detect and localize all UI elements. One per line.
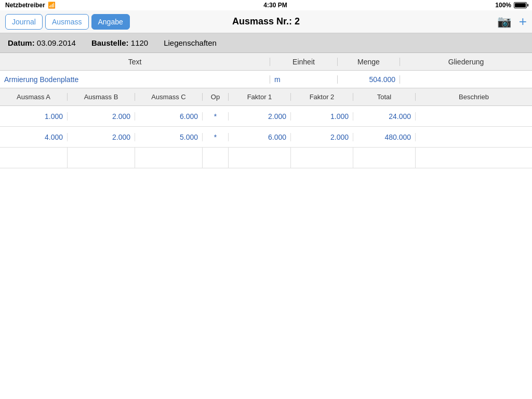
ausmass-button[interactable]: Ausmass (45, 14, 89, 30)
entry-row[interactable]: Armierung Bodenplatte m 504.000 (0, 71, 532, 88)
info-bar: Datum: 03.09.2014 Baustelle: 1120 Liegen… (0, 33, 532, 53)
datum-label: Datum: 03.09.2014 (8, 38, 76, 47)
cell-op-0: * (203, 112, 229, 121)
status-bar: Netzbetreiber 📶 4:30 PM 100% (0, 0, 532, 10)
wifi-icon: 📶 (48, 2, 56, 9)
nav-right-actions: 📷 + (497, 14, 527, 30)
subcol-beschrieb: Beschrieb (416, 93, 532, 101)
cell-total-1: 480.000 (353, 133, 416, 141)
add-button[interactable]: + (519, 14, 527, 30)
empty-row (0, 148, 532, 168)
table-header-row: Text Einheit Menge Gliederung (0, 53, 532, 71)
nav-title: Ausmass Nr.: 2 (232, 16, 300, 27)
table-row[interactable]: 4.000 2.000 5.000 * 6.000 2.000 480.000 (0, 127, 532, 148)
table-row[interactable]: 1.000 2.000 6.000 * 2.000 1.000 24.000 (0, 106, 532, 127)
journal-button[interactable]: Journal (5, 14, 43, 30)
subcol-op: Op (203, 93, 229, 101)
col-menge: Menge (338, 58, 400, 66)
time-display: 4:30 PM (263, 2, 287, 9)
subcol-total: Total (353, 93, 416, 101)
sub-header-row: Ausmass A Ausmass B Ausmass C Op Faktor … (0, 88, 532, 106)
nav-bar: Journal Ausmass Angabe Ausmass Nr.: 2 📷 … (0, 10, 532, 33)
cell-f2-1: 2.000 (291, 133, 353, 141)
cell-c-1: 5.000 (135, 133, 203, 141)
cell-b-1: 2.000 (68, 133, 135, 141)
entry-text: Armierung Bodenplatte (0, 75, 270, 84)
col-text: Text (0, 58, 270, 66)
cell-f1-1: 6.000 (229, 133, 291, 141)
subcol-faktor2: Faktor 2 (291, 93, 353, 101)
angabe-button[interactable]: Angabe (91, 14, 130, 30)
carrier-text: Netzbetreiber (5, 2, 45, 9)
entry-menge: 504.000 (338, 75, 400, 84)
nav-buttons: Journal Ausmass Angabe (5, 14, 130, 30)
cell-a-1: 4.000 (0, 133, 68, 141)
cell-c-0: 6.000 (135, 112, 203, 121)
col-einheit: Einheit (270, 58, 338, 66)
subcol-faktor1: Faktor 1 (229, 93, 291, 101)
battery-fill (515, 3, 526, 7)
cell-total-0: 24.000 (353, 112, 416, 121)
cell-b-0: 2.000 (68, 112, 135, 121)
status-right: 100% (495, 2, 527, 9)
cell-a-0: 1.000 (0, 112, 68, 121)
subcol-ausmass-b: Ausmass B (68, 93, 135, 101)
battery-box (514, 2, 527, 8)
liegenschaft-text: Liegenschaften (164, 38, 217, 47)
camera-button[interactable]: 📷 (497, 15, 511, 29)
subcol-ausmass-c: Ausmass C (135, 93, 203, 101)
subcol-ausmass-a: Ausmass A (0, 93, 68, 101)
battery-indicator (514, 2, 527, 8)
col-gliederung: Gliederung (400, 58, 532, 66)
cell-op-1: * (203, 133, 229, 141)
baustelle-label: Baustelle: 1120 (91, 38, 148, 47)
cell-f1-0: 2.000 (229, 112, 291, 121)
cell-f2-0: 1.000 (291, 112, 353, 121)
battery-percent: 100% (495, 2, 511, 9)
status-left: Netzbetreiber 📶 (5, 2, 56, 9)
entry-einheit: m (270, 75, 338, 84)
main-table: Text Einheit Menge Gliederung Armierung … (0, 53, 532, 168)
